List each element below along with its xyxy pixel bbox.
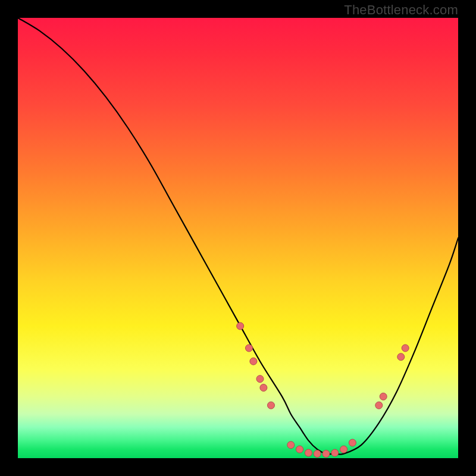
data-marker [296, 446, 303, 453]
data-markers [237, 322, 409, 458]
data-marker [256, 375, 264, 383]
data-marker [268, 402, 275, 409]
plot-area [18, 18, 458, 458]
data-marker [246, 345, 253, 352]
data-marker [402, 345, 409, 352]
data-marker [237, 322, 244, 330]
curve-layer [18, 18, 458, 458]
data-marker [380, 393, 387, 400]
chart-frame: TheBottleneck.com [0, 0, 476, 476]
data-marker [322, 450, 330, 458]
data-marker [349, 439, 356, 446]
watermark-text: TheBottleneck.com [344, 2, 458, 18]
data-marker [260, 384, 267, 392]
data-marker [397, 353, 405, 361]
bottleneck-curve [18, 18, 458, 455]
data-marker [287, 441, 295, 449]
data-marker [331, 449, 339, 456]
data-marker [250, 358, 257, 365]
data-marker [340, 446, 347, 453]
data-marker [375, 402, 383, 409]
data-marker [305, 449, 312, 456]
data-marker [314, 450, 321, 458]
